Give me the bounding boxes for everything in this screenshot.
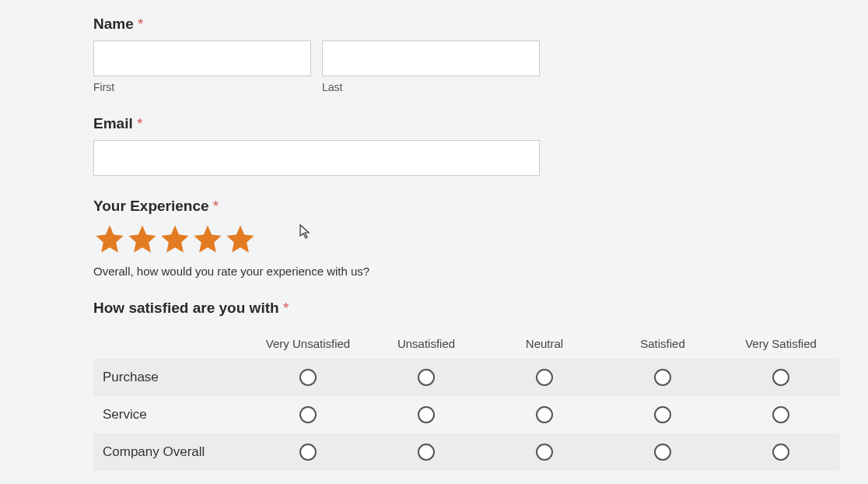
survey-form: Name * First Last Email * Your Experienc…	[93, 16, 840, 471]
experience-description: Overall, how would you rate your experie…	[93, 265, 840, 278]
name-field: Name * First Last	[93, 16, 840, 93]
experience-required: *	[213, 198, 219, 214]
email-field: Email *	[93, 115, 840, 176]
email-label-text: Email	[93, 115, 133, 132]
radio-company-neutral[interactable]	[536, 444, 553, 461]
name-required: *	[138, 16, 143, 32]
radio-purchase-satisfied[interactable]	[654, 369, 671, 386]
satisfaction-required: *	[283, 300, 289, 316]
first-name-sublabel: First	[93, 81, 311, 93]
satisfaction-label: How satisfied are you with *	[93, 300, 840, 317]
last-name-input[interactable]	[322, 40, 540, 76]
first-name-column: First	[93, 40, 311, 93]
radio-service-neutral[interactable]	[536, 406, 553, 423]
matrix-row-label: Service	[93, 407, 249, 423]
satisfaction-label-text: How satisfied are you with	[93, 300, 279, 316]
satisfaction-matrix: Very Unsatisfied Unsatisfied Neutral Sat…	[93, 328, 840, 471]
matrix-header: Very Unsatisfied Unsatisfied Neutral Sat…	[93, 328, 840, 359]
radio-company-very-satisfied[interactable]	[772, 444, 789, 461]
matrix-header-col: Unsatisfied	[367, 337, 485, 350]
matrix-header-col: Very Unsatisfied	[249, 337, 367, 350]
last-name-sublabel: Last	[322, 81, 540, 93]
matrix-row-label: Company Overall	[93, 444, 249, 460]
radio-service-unsatisfied[interactable]	[418, 406, 435, 423]
experience-label-text: Your Experience	[93, 198, 209, 214]
star-icon[interactable]	[126, 223, 159, 255]
name-inputs-row: First Last	[93, 40, 840, 93]
satisfaction-field: How satisfied are you with * Very Unsati…	[93, 300, 840, 471]
star-icon[interactable]	[93, 223, 126, 255]
matrix-header-col: Very Satisfied	[722, 337, 840, 350]
star-icon[interactable]	[224, 223, 257, 255]
last-name-column: Last	[322, 40, 540, 93]
experience-field: Your Experience * Overall, how would you…	[93, 198, 840, 278]
matrix-row-label: Purchase	[93, 370, 249, 385]
email-input[interactable]	[93, 140, 540, 176]
matrix-header-col: Neutral	[485, 337, 604, 350]
email-label: Email *	[93, 115, 840, 132]
radio-purchase-unsatisfied[interactable]	[418, 369, 435, 386]
matrix-row-purchase: Purchase	[93, 359, 840, 396]
star-rating[interactable]	[93, 223, 840, 255]
name-label: Name *	[93, 16, 840, 33]
experience-label: Your Experience *	[93, 198, 840, 215]
first-name-input[interactable]	[93, 40, 311, 76]
radio-service-satisfied[interactable]	[654, 406, 671, 423]
star-icon[interactable]	[159, 223, 191, 255]
radio-company-unsatisfied[interactable]	[418, 444, 435, 461]
star-icon[interactable]	[191, 223, 224, 255]
name-label-text: Name	[93, 16, 134, 32]
radio-company-satisfied[interactable]	[654, 444, 671, 461]
radio-purchase-neutral[interactable]	[536, 369, 553, 386]
radio-service-very-satisfied[interactable]	[772, 406, 789, 423]
radio-company-very-unsatisfied[interactable]	[299, 444, 317, 461]
radio-purchase-very-satisfied[interactable]	[772, 369, 789, 386]
matrix-header-col: Satisfied	[604, 337, 722, 350]
radio-purchase-very-unsatisfied[interactable]	[299, 369, 317, 386]
email-required: *	[137, 115, 142, 132]
radio-service-very-unsatisfied[interactable]	[299, 406, 317, 423]
matrix-row-company: Company Overall	[93, 433, 840, 471]
matrix-row-service: Service	[93, 396, 840, 433]
